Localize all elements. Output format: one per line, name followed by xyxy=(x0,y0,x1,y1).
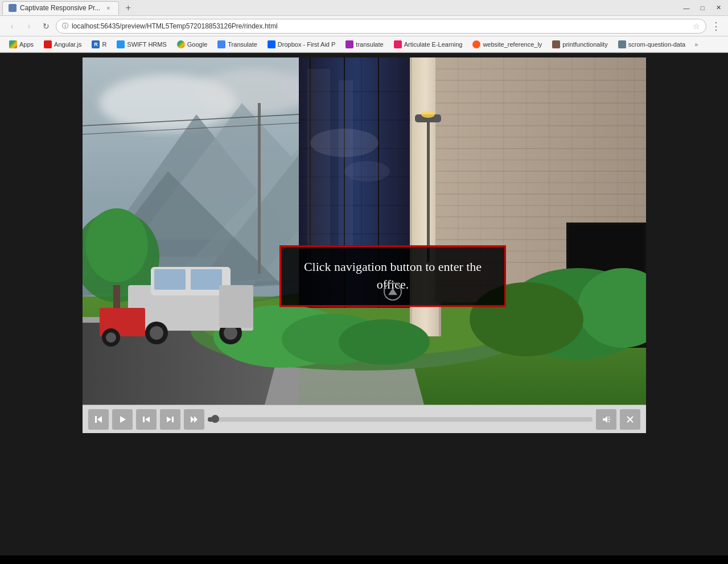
navigation-overlay[interactable]: Click navigation button to enter the off… xyxy=(279,246,506,307)
svg-line-105 xyxy=(608,417,610,418)
lock-icon: ⓘ xyxy=(62,22,68,30)
svg-rect-70 xyxy=(427,114,430,262)
rewind-button[interactable] xyxy=(88,409,109,430)
minimize-button[interactable]: — xyxy=(679,2,694,14)
transulate2-favicon xyxy=(346,40,353,48)
bookmark-dropbox[interactable]: Dropbox - First Aid P xyxy=(263,39,340,50)
svg-marker-97 xyxy=(120,416,126,423)
svg-marker-102 xyxy=(191,416,194,423)
website-ref-label: website_reference_ly xyxy=(483,41,542,48)
tab-favicon xyxy=(9,4,17,12)
fast-forward-button[interactable] xyxy=(184,409,204,430)
svg-point-72 xyxy=(421,111,435,118)
angularjs-favicon xyxy=(44,40,52,48)
svg-point-90 xyxy=(150,326,163,340)
next-button[interactable] xyxy=(160,409,180,430)
svg-rect-93 xyxy=(219,285,253,328)
navigation-bar: ‹ › ↻ ⓘ localhost:56435/preview/HTML5Tem… xyxy=(0,16,728,36)
svg-point-34 xyxy=(310,129,379,157)
bookmark-articulate[interactable]: Articulate E-Learning xyxy=(389,39,467,50)
tab-close-button[interactable]: × xyxy=(104,3,113,13)
r-favicon: R xyxy=(92,40,100,48)
bookmarks-bar: Apps Angular.js R R SWIFT HRMS Google Tr… xyxy=(0,36,728,52)
printfunc-label: printfunctionality xyxy=(562,41,608,48)
bookmark-google[interactable]: Google xyxy=(172,39,212,50)
new-tab-button[interactable]: + xyxy=(121,1,135,15)
bookmark-printfunc[interactable]: printfunctionality xyxy=(548,39,612,50)
bookmark-transulate[interactable]: Transulate xyxy=(213,39,262,50)
navigation-circle-icon[interactable] xyxy=(384,282,402,300)
progress-bar[interactable] xyxy=(208,417,593,422)
dropbox-favicon xyxy=(268,40,275,48)
swift-hrms-favicon xyxy=(117,40,125,48)
apps-label: Apps xyxy=(19,41,34,48)
svg-marker-101 xyxy=(167,417,171,422)
close-player-button[interactable] xyxy=(620,409,640,430)
bookmarks-more-button[interactable]: » xyxy=(692,40,700,49)
svg-point-96 xyxy=(106,332,116,343)
svg-rect-73 xyxy=(258,103,261,274)
captivate-player: Click navigation button to enter the off… xyxy=(83,57,646,433)
bookmark-website-ref[interactable]: website_reference_ly xyxy=(468,39,546,50)
address-bar[interactable]: ⓘ localhost:56435/preview/HTML5Temp57201… xyxy=(56,19,706,34)
svg-point-92 xyxy=(224,326,237,340)
window-controls: — □ ✕ xyxy=(679,2,726,14)
back-button[interactable]: ‹ xyxy=(5,19,19,34)
articulate-label: Articulate E-Learning xyxy=(404,41,463,48)
tab-title: Captivate Responsive Pr... xyxy=(20,4,100,12)
scrom-label: scrom-question-data xyxy=(628,41,685,48)
svg-marker-104 xyxy=(603,416,607,423)
forward-button[interactable]: › xyxy=(22,19,36,34)
printfunc-favicon xyxy=(552,40,560,48)
svg-line-107 xyxy=(608,421,610,422)
angularjs-label: Angular.js xyxy=(54,41,81,48)
volume-button[interactable] xyxy=(596,409,616,430)
bookmark-apps[interactable]: Apps xyxy=(5,39,38,50)
maximize-button[interactable]: □ xyxy=(695,2,710,14)
transulate-favicon xyxy=(217,40,225,48)
title-bar: Captivate Responsive Pr... × + — □ ✕ xyxy=(0,0,728,16)
r-label: R xyxy=(102,41,106,48)
browser-chrome: Captivate Responsive Pr... × + — □ ✕ ‹ ›… xyxy=(0,0,728,53)
browser-tab[interactable]: Captivate Responsive Pr... × xyxy=(2,1,119,15)
scene-background: Click navigation button to enter the off… xyxy=(83,57,646,405)
scene-svg xyxy=(83,57,646,405)
svg-point-77 xyxy=(85,208,148,282)
apps-favicon xyxy=(9,40,17,48)
svg-marker-103 xyxy=(194,416,198,423)
svg-rect-32 xyxy=(307,69,330,274)
refresh-button[interactable]: ↻ xyxy=(39,19,54,34)
articulate-favicon xyxy=(394,40,402,48)
prev-button[interactable] xyxy=(136,409,157,430)
google-favicon xyxy=(177,40,185,48)
transulate-label: Transulate xyxy=(228,41,257,48)
scrom-favicon xyxy=(618,40,626,48)
svg-rect-88 xyxy=(191,269,222,290)
nav-text-line1: Click navigation button to enter the xyxy=(304,260,482,274)
browser-menu-button[interactable]: ⋮ xyxy=(709,19,723,34)
close-button[interactable]: ✕ xyxy=(711,2,726,14)
dropbox-label: Dropbox - First Aid P xyxy=(278,41,335,48)
playbar xyxy=(83,405,646,433)
svg-marker-99 xyxy=(145,417,150,422)
transulate2-label: transulate xyxy=(356,41,383,48)
bookmark-angularjs[interactable]: Angular.js xyxy=(39,39,86,50)
svg-point-35 xyxy=(344,161,390,182)
bookmark-transulate2[interactable]: transulate xyxy=(341,39,388,50)
progress-handle[interactable] xyxy=(211,415,219,423)
bookmark-swift-hrms[interactable]: SWIFT HRMS xyxy=(112,39,171,50)
svg-rect-87 xyxy=(154,269,186,290)
swift-hrms-label: SWIFT HRMS xyxy=(127,41,166,48)
bookmark-r[interactable]: R R xyxy=(87,39,111,50)
bookmark-scrom[interactable]: scrom-question-data xyxy=(614,39,690,50)
google-label: Google xyxy=(187,41,207,48)
svg-rect-100 xyxy=(172,417,174,422)
svg-rect-98 xyxy=(143,417,145,422)
content-area: Click navigation button to enter the off… xyxy=(0,53,728,555)
website-ref-favicon xyxy=(472,40,480,48)
address-text: localhost:56435/preview/HTML5Temp5720188… xyxy=(72,22,689,30)
svg-point-84 xyxy=(339,319,430,365)
play-button[interactable] xyxy=(112,409,133,430)
bookmark-star-icon[interactable]: ☆ xyxy=(693,22,700,31)
